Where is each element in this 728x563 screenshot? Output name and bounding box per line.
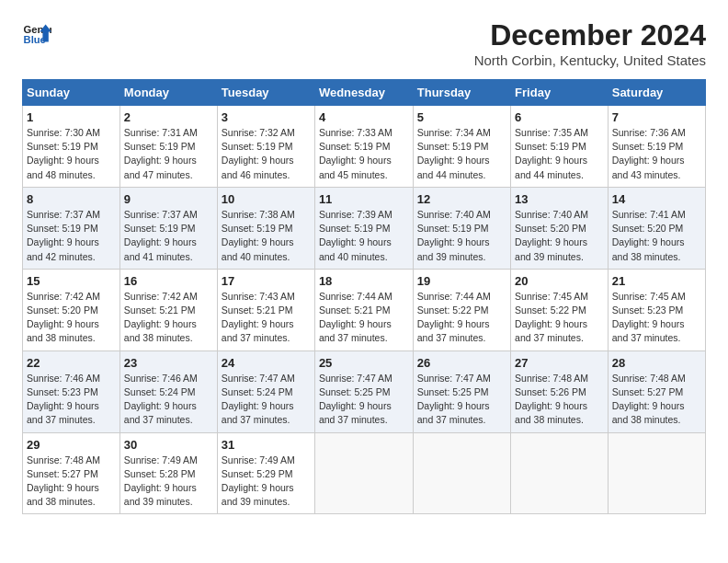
- day-detail: Sunrise: 7:47 AMSunset: 5:24 PMDaylight:…: [222, 372, 311, 428]
- day-detail: Sunrise: 7:37 AMSunset: 5:19 PMDaylight:…: [124, 208, 213, 264]
- title-area: December 2024 North Corbin, Kentucky, Un…: [474, 18, 706, 68]
- day-number: 14: [612, 192, 701, 206]
- col-header-tuesday: Tuesday: [217, 80, 314, 106]
- calendar-cell: [314, 432, 413, 514]
- week-row-2: 8Sunrise: 7:37 AMSunset: 5:19 PMDaylight…: [23, 187, 706, 269]
- calendar-cell: 6Sunrise: 7:35 AMSunset: 5:19 PMDaylight…: [511, 106, 609, 188]
- day-number: 19: [417, 274, 506, 288]
- calendar-table: SundayMondayTuesdayWednesdayThursdayFrid…: [22, 79, 706, 514]
- calendar-cell: 18Sunrise: 7:44 AMSunset: 5:21 PMDayligh…: [314, 269, 413, 350]
- day-number: 9: [124, 192, 213, 206]
- calendar-cell: 28Sunrise: 7:48 AMSunset: 5:27 PMDayligh…: [608, 350, 705, 432]
- header-row: SundayMondayTuesdayWednesdayThursdayFrid…: [23, 80, 706, 106]
- logo: General Blue: [22, 18, 51, 48]
- day-detail: Sunrise: 7:33 AMSunset: 5:19 PMDaylight:…: [319, 126, 409, 182]
- day-detail: Sunrise: 7:36 AMSunset: 5:19 PMDaylight:…: [612, 126, 701, 182]
- day-number: 15: [27, 274, 116, 288]
- calendar-cell: 16Sunrise: 7:42 AMSunset: 5:21 PMDayligh…: [119, 269, 217, 350]
- day-detail: Sunrise: 7:34 AMSunset: 5:19 PMDaylight:…: [417, 126, 506, 182]
- day-detail: Sunrise: 7:39 AMSunset: 5:19 PMDaylight:…: [319, 208, 409, 264]
- day-detail: Sunrise: 7:45 AMSunset: 5:23 PMDaylight:…: [612, 290, 701, 346]
- day-number: 11: [319, 192, 409, 206]
- day-detail: Sunrise: 7:38 AMSunset: 5:19 PMDaylight:…: [222, 208, 311, 264]
- day-number: 20: [515, 274, 604, 288]
- calendar-cell: 9Sunrise: 7:37 AMSunset: 5:19 PMDaylight…: [119, 187, 217, 269]
- day-number: 16: [124, 274, 213, 288]
- day-detail: Sunrise: 7:46 AMSunset: 5:23 PMDaylight:…: [27, 372, 116, 428]
- day-number: 31: [222, 438, 311, 452]
- day-number: 1: [27, 110, 116, 124]
- day-number: 8: [27, 192, 116, 206]
- day-detail: Sunrise: 7:40 AMSunset: 5:19 PMDaylight:…: [417, 208, 506, 264]
- page-title: December 2024: [474, 18, 706, 52]
- calendar-cell: 10Sunrise: 7:38 AMSunset: 5:19 PMDayligh…: [217, 187, 314, 269]
- calendar-cell: 2Sunrise: 7:31 AMSunset: 5:19 PMDaylight…: [119, 106, 217, 188]
- week-row-3: 15Sunrise: 7:42 AMSunset: 5:20 PMDayligh…: [23, 269, 706, 350]
- day-number: 23: [124, 356, 213, 370]
- day-number: 2: [124, 110, 213, 124]
- day-detail: Sunrise: 7:48 AMSunset: 5:27 PMDaylight:…: [27, 454, 116, 510]
- calendar-cell: 30Sunrise: 7:49 AMSunset: 5:28 PMDayligh…: [119, 432, 217, 514]
- day-detail: Sunrise: 7:44 AMSunset: 5:21 PMDaylight:…: [319, 290, 409, 346]
- day-number: 27: [515, 356, 604, 370]
- calendar-cell: 24Sunrise: 7:47 AMSunset: 5:24 PMDayligh…: [217, 350, 314, 432]
- day-detail: Sunrise: 7:41 AMSunset: 5:20 PMDaylight:…: [612, 208, 701, 264]
- day-number: 26: [417, 356, 506, 370]
- calendar-cell: 7Sunrise: 7:36 AMSunset: 5:19 PMDaylight…: [608, 106, 705, 188]
- day-number: 5: [417, 110, 506, 124]
- calendar-cell: 27Sunrise: 7:48 AMSunset: 5:26 PMDayligh…: [511, 350, 609, 432]
- day-number: 28: [612, 356, 701, 370]
- svg-text:Blue: Blue: [24, 34, 46, 45]
- day-detail: Sunrise: 7:43 AMSunset: 5:21 PMDaylight:…: [222, 290, 311, 346]
- day-detail: Sunrise: 7:31 AMSunset: 5:19 PMDaylight:…: [124, 126, 213, 182]
- week-row-1: 1Sunrise: 7:30 AMSunset: 5:19 PMDaylight…: [23, 106, 706, 188]
- col-header-saturday: Saturday: [608, 80, 705, 106]
- calendar-cell: 14Sunrise: 7:41 AMSunset: 5:20 PMDayligh…: [608, 187, 705, 269]
- calendar-cell: [511, 432, 609, 514]
- day-number: 29: [27, 438, 116, 452]
- day-detail: Sunrise: 7:45 AMSunset: 5:22 PMDaylight:…: [515, 290, 604, 346]
- day-number: 18: [319, 274, 409, 288]
- day-detail: Sunrise: 7:37 AMSunset: 5:19 PMDaylight:…: [27, 208, 116, 264]
- day-detail: Sunrise: 7:49 AMSunset: 5:29 PMDaylight:…: [222, 454, 311, 510]
- calendar-cell: 20Sunrise: 7:45 AMSunset: 5:22 PMDayligh…: [511, 269, 609, 350]
- calendar-cell: 5Sunrise: 7:34 AMSunset: 5:19 PMDaylight…: [413, 106, 510, 188]
- day-detail: Sunrise: 7:46 AMSunset: 5:24 PMDaylight:…: [124, 372, 213, 428]
- day-number: 25: [319, 356, 409, 370]
- day-number: 13: [515, 192, 604, 206]
- col-header-friday: Friday: [511, 80, 609, 106]
- calendar-cell: 19Sunrise: 7:44 AMSunset: 5:22 PMDayligh…: [413, 269, 510, 350]
- day-detail: Sunrise: 7:47 AMSunset: 5:25 PMDaylight:…: [319, 372, 409, 428]
- day-detail: Sunrise: 7:40 AMSunset: 5:20 PMDaylight:…: [515, 208, 604, 264]
- day-detail: Sunrise: 7:35 AMSunset: 5:19 PMDaylight:…: [515, 126, 604, 182]
- day-number: 12: [417, 192, 506, 206]
- day-detail: Sunrise: 7:47 AMSunset: 5:25 PMDaylight:…: [417, 372, 506, 428]
- col-header-wednesday: Wednesday: [314, 80, 413, 106]
- calendar-cell: 31Sunrise: 7:49 AMSunset: 5:29 PMDayligh…: [217, 432, 314, 514]
- calendar-cell: 25Sunrise: 7:47 AMSunset: 5:25 PMDayligh…: [314, 350, 413, 432]
- day-detail: Sunrise: 7:42 AMSunset: 5:20 PMDaylight:…: [27, 290, 116, 346]
- day-detail: Sunrise: 7:44 AMSunset: 5:22 PMDaylight:…: [417, 290, 506, 346]
- calendar-cell: 23Sunrise: 7:46 AMSunset: 5:24 PMDayligh…: [119, 350, 217, 432]
- calendar-cell: 29Sunrise: 7:48 AMSunset: 5:27 PMDayligh…: [23, 432, 120, 514]
- calendar-cell: [413, 432, 510, 514]
- calendar-cell: [608, 432, 705, 514]
- day-number: 21: [612, 274, 701, 288]
- day-number: 7: [612, 110, 701, 124]
- logo-icon: General Blue: [22, 18, 51, 48]
- col-header-sunday: Sunday: [23, 80, 120, 106]
- day-number: 3: [222, 110, 311, 124]
- calendar-cell: 8Sunrise: 7:37 AMSunset: 5:19 PMDaylight…: [23, 187, 120, 269]
- day-number: 30: [124, 438, 213, 452]
- day-detail: Sunrise: 7:42 AMSunset: 5:21 PMDaylight:…: [124, 290, 213, 346]
- calendar-cell: 22Sunrise: 7:46 AMSunset: 5:23 PMDayligh…: [23, 350, 120, 432]
- calendar-cell: 13Sunrise: 7:40 AMSunset: 5:20 PMDayligh…: [511, 187, 609, 269]
- col-header-monday: Monday: [119, 80, 217, 106]
- calendar-cell: 4Sunrise: 7:33 AMSunset: 5:19 PMDaylight…: [314, 106, 413, 188]
- calendar-cell: 3Sunrise: 7:32 AMSunset: 5:19 PMDaylight…: [217, 106, 314, 188]
- calendar-cell: 1Sunrise: 7:30 AMSunset: 5:19 PMDaylight…: [23, 106, 120, 188]
- col-header-thursday: Thursday: [413, 80, 510, 106]
- calendar-cell: 11Sunrise: 7:39 AMSunset: 5:19 PMDayligh…: [314, 187, 413, 269]
- day-detail: Sunrise: 7:49 AMSunset: 5:28 PMDaylight:…: [124, 454, 213, 510]
- day-number: 6: [515, 110, 604, 124]
